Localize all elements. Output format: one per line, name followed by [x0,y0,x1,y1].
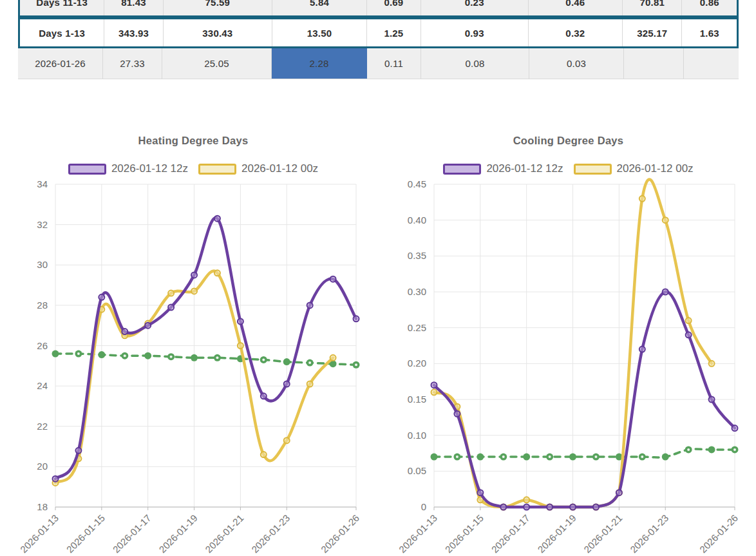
svg-text:20: 20 [37,461,48,472]
table-cell: 325.17 [623,19,683,46]
series-normal [431,446,739,460]
table-cell: 0.46 [529,0,623,15]
x-axis-labels: 2026-01-132026-01-152026-01-172026-01-19… [397,507,740,555]
svg-text:22: 22 [37,421,48,432]
svg-text:2026-01-26: 2026-01-26 [697,512,740,555]
y-axis-labels: 182022242628303234 [37,178,48,512]
svg-text:32: 32 [37,219,48,230]
svg-text:2026-01-13: 2026-01-13 [19,512,61,555]
svg-text:28: 28 [37,300,48,311]
series-markers [53,216,359,482]
svg-text:0.40: 0.40 [408,215,426,225]
table-cell: 0.93 [421,19,529,46]
svg-text:2026-01-19: 2026-01-19 [156,512,199,555]
cooling-chart-canvas: 00.050.100.150.200.250.300.350.400.45202… [393,129,744,556]
svg-text:2026-01-17: 2026-01-17 [111,512,153,555]
table-cell: 330.43 [164,19,272,46]
y-axis-labels: 00.050.100.150.200.250.300.350.400.45 [408,178,426,512]
table-cell: 5.84 [272,0,367,15]
svg-text:0.30: 0.30 [408,286,426,297]
table-cell [684,48,739,79]
table-cell: 13.50 [272,19,367,46]
legend-swatch [574,164,612,175]
legend-swatch [68,164,106,175]
table-cell: 0.86 [682,0,737,15]
table-row[interactable]: 2026-01-2627.3325.052.280.110.080.03 [18,48,739,79]
svg-text:0.05: 0.05 [408,465,426,476]
chart-legend: 2026-01-12 12z2026-01-12 00z [393,162,744,175]
table-cell: 75.59 [164,0,272,15]
table-cell: Days 1-13 [20,19,104,46]
table-cell: 0.69 [367,0,421,15]
svg-text:2026-01-17: 2026-01-17 [489,512,532,555]
table-cell: 0.03 [529,48,624,79]
svg-text:0: 0 [421,501,426,512]
svg-text:18: 18 [37,501,48,512]
series-markers [431,446,739,460]
legend-swatch [198,164,236,175]
x-axis-labels: 2026-01-132026-01-152026-01-172026-01-19… [19,507,361,555]
svg-text:0.45: 0.45 [408,178,426,189]
svg-text:2026-01-26: 2026-01-26 [319,512,361,555]
table-cell: 0.32 [529,19,623,46]
svg-text:2026-01-21: 2026-01-21 [203,512,245,555]
legend-item[interactable]: 2026-01-12 12z [443,162,563,175]
highlighted-cell: 2.28 [272,48,367,79]
svg-text:2026-01-15: 2026-01-15 [443,512,486,555]
table-row[interactable]: Days 11-1381.4375.595.840.690.230.4670.8… [18,0,739,17]
legend-label: 2026-01-12 12z [111,162,188,175]
series-markers [52,350,360,369]
chart-legend: 2026-01-12 12z2026-01-12 00z [19,162,367,175]
chart-title: Heating Degree Days [19,135,367,147]
table-row[interactable]: Days 1-13343.93330.4313.501.250.930.3232… [18,17,739,48]
cooling-degree-days-chart: 00.050.100.150.200.250.300.350.400.45202… [393,129,744,556]
svg-text:2026-01-23: 2026-01-23 [249,512,292,555]
table-cell: 0.23 [421,0,529,15]
svg-text:2026-01-19: 2026-01-19 [535,512,578,555]
svg-text:2026-01-23: 2026-01-23 [628,512,670,555]
legend-item[interactable]: 2026-01-12 12z [68,162,188,175]
heating-degree-days-chart: 1820222426283032342026-01-132026-01-1520… [19,129,367,556]
table-cell: 343.93 [104,19,164,46]
gridlines [55,184,356,507]
svg-text:0.20: 0.20 [408,358,426,369]
svg-text:0.10: 0.10 [408,430,426,441]
series-normal [52,350,360,369]
table-cell: Days 11-13 [20,0,104,15]
svg-text:26: 26 [37,340,48,351]
legend-label: 2026-01-12 12z [486,162,563,175]
table-cell: 81.43 [104,0,164,15]
legend-item[interactable]: 2026-01-12 00z [198,162,318,175]
svg-text:0.35: 0.35 [408,250,426,261]
legend-label: 2026-01-12 00z [241,162,318,175]
series-2026-01-12 12z [53,216,359,482]
table-cell: 2026-01-26 [18,48,103,79]
heating-chart-canvas: 1820222426283032342026-01-132026-01-1520… [19,129,367,556]
table-cell: 0.11 [367,48,421,79]
table-cell: 1.63 [682,19,737,46]
table-cell: 25.05 [162,48,272,79]
table-cell: 27.33 [103,48,162,79]
chart-title: Cooling Degree Days [393,135,744,147]
svg-text:24: 24 [37,380,48,391]
svg-text:0.15: 0.15 [408,394,426,405]
table-cell: 0.08 [421,48,529,79]
table-cell [624,48,684,79]
legend-item[interactable]: 2026-01-12 00z [574,162,694,175]
legend-label: 2026-01-12 00z [617,162,694,175]
svg-text:2026-01-15: 2026-01-15 [64,512,107,555]
svg-text:34: 34 [37,178,48,189]
forecast-table: Days 11-1381.4375.595.840.690.230.4670.8… [18,0,739,79]
svg-text:0.25: 0.25 [408,322,426,333]
legend-swatch [443,164,481,175]
table-cell: 70.81 [623,0,683,15]
svg-text:30: 30 [37,259,48,270]
series-line [55,218,356,479]
svg-text:2026-01-13: 2026-01-13 [397,512,439,555]
svg-text:2026-01-21: 2026-01-21 [581,512,624,555]
table-cell: 1.25 [367,19,421,46]
